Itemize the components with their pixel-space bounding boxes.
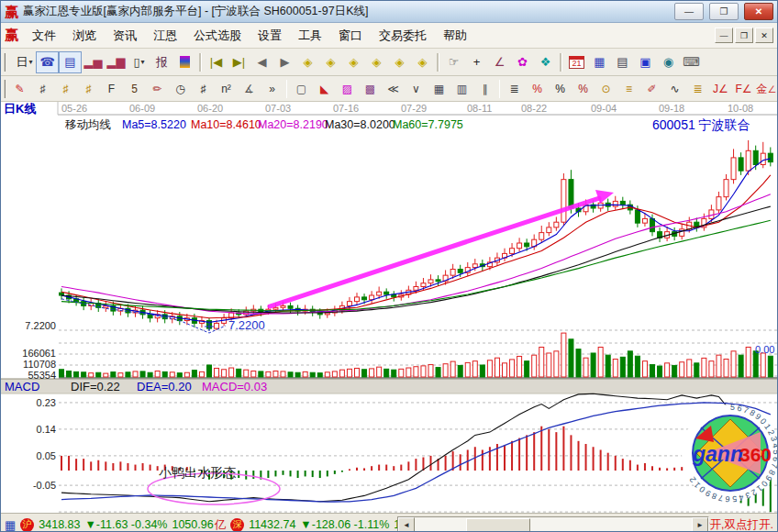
gann-grid-icon: ♯	[40, 83, 46, 94]
toolbar-grip[interactable]	[4, 80, 6, 98]
menu-item-news[interactable]: 资讯	[105, 25, 145, 47]
crosshair-tool-button[interactable]: +	[465, 51, 488, 73]
next-period-button[interactable]: ▶	[273, 51, 296, 73]
gold-circle-button[interactable]: ⊙	[595, 78, 617, 100]
percent-button[interactable]: %	[549, 78, 572, 100]
fan-lines-button[interactable]: ◣	[313, 78, 336, 100]
five-grid-button[interactable]: 5	[123, 78, 146, 100]
kline-period-button[interactable]: 日▾	[13, 51, 36, 73]
draw-pen-button[interactable]: ✎	[8, 78, 31, 100]
flag-pen-button[interactable]: ✐	[640, 78, 663, 100]
hatch-box-button[interactable]: ▩	[359, 78, 382, 100]
first-page-button[interactable]: |◀	[205, 51, 228, 73]
more-tools-button[interactable]: »	[261, 78, 283, 100]
ray-lines-icon: ≪	[387, 83, 399, 94]
angle-f-button[interactable]: F∠	[732, 78, 755, 100]
scrollbar-track[interactable]	[415, 518, 692, 532]
menu-item-gann[interactable]: 江恩	[145, 25, 185, 47]
minute-chart-3-button[interactable]: ▂▅	[82, 51, 105, 73]
save-button[interactable]: ▣	[634, 51, 657, 73]
n-square-button[interactable]: n²	[215, 78, 238, 100]
menu-item-settings[interactable]: 设置	[250, 25, 290, 47]
gold-line-2-button[interactable]: ≣	[686, 78, 709, 100]
menu-item-trade[interactable]: 交易委托	[371, 25, 435, 47]
angle-gold-button[interactable]: 金∠	[755, 78, 777, 100]
calendar-button[interactable]: 21	[565, 51, 588, 73]
kline-chart-area[interactable]: 05-2606-0906-2007-0307-1607-2908-1108-22…	[1, 102, 777, 513]
minimize-button[interactable]: —	[674, 3, 704, 20]
magenta-box-button[interactable]: ▨	[336, 78, 359, 100]
restore-button[interactable]: ❐	[709, 3, 739, 20]
menu-item-formula-stock-pick[interactable]: 公式选股	[185, 25, 250, 47]
prev-period-button[interactable]: ◀	[250, 51, 273, 73]
time-cycle-icon: ◷	[175, 83, 184, 94]
title-bar[interactable]: 赢 赢家江恩专业版[赢家内部服务平台] - [宁波联合 SH600051-97日…	[1, 1, 777, 23]
close-button[interactable]: ✕	[744, 3, 773, 20]
time-cycle-button[interactable]: ◷	[169, 78, 192, 100]
hand-tool-button[interactable]: ☞	[442, 51, 465, 73]
wave-tool-button[interactable]: ∿	[663, 78, 686, 100]
diamond-center-button[interactable]: ◈	[411, 51, 434, 73]
notes-button[interactable]: ▤	[611, 51, 634, 73]
brush-button[interactable]: ✏	[146, 78, 169, 100]
ray-lines-button[interactable]: ≪	[382, 78, 405, 100]
f-grid-button[interactable]: F	[100, 78, 123, 100]
zigzag-button[interactable]: ∨	[405, 78, 428, 100]
percent-red-button[interactable]: %	[526, 78, 549, 100]
calculator-button[interactable]: ▦	[588, 51, 611, 73]
minute-chart-9-button[interactable]: ▂▆	[105, 51, 128, 73]
phone-quote-button[interactable]: ☎	[36, 51, 59, 73]
menu-item-file[interactable]: 文件	[24, 25, 64, 47]
angle-measure-button[interactable]: ∠	[488, 51, 511, 73]
diamond-compress-button[interactable]: ◈	[365, 51, 388, 73]
stock-swap-button[interactable]: 报	[150, 51, 173, 73]
flag-pen-icon: ✐	[647, 83, 656, 94]
mdi-close-button[interactable]: ✕	[755, 28, 773, 43]
diamond-swap-button[interactable]: ◈	[342, 51, 365, 73]
flower-tool-button[interactable]: ✿	[511, 51, 534, 73]
chip-distribution-button[interactable]: ≣	[503, 78, 526, 100]
grid-a-button[interactable]: ▦	[428, 78, 450, 100]
chart-horizontal-scrollbar[interactable]: ◄ ►	[397, 516, 709, 532]
svg-text:移动均线: 移动均线	[65, 118, 111, 131]
gann-grid-button[interactable]: ♯	[31, 78, 54, 100]
net-tool-button[interactable]: ❖	[534, 51, 557, 73]
menu-item-browse[interactable]: 浏览	[64, 25, 105, 47]
network-button[interactable]: ◉	[657, 51, 680, 73]
mdi-minimize-button[interactable]: —	[715, 28, 733, 43]
scrollbar-thumb[interactable]	[466, 518, 530, 532]
last-page-button[interactable]: ▶|	[228, 51, 250, 73]
scroll-left-arrow[interactable]: ◄	[398, 517, 415, 532]
percent-line-button[interactable]: %	[572, 78, 595, 100]
toolbar-separator	[499, 80, 500, 98]
kline-chart-svg[interactable]: 05-2606-0906-2007-0307-1607-2908-1108-22…	[1, 102, 778, 513]
gold-line-1-button[interactable]: ≡	[617, 78, 640, 100]
svg-text:110708: 110708	[23, 359, 56, 370]
chip-distribution-icon: ≣	[509, 83, 518, 94]
diamond-left-button[interactable]: ◈	[296, 51, 319, 73]
color-volume-button[interactable]	[173, 51, 196, 73]
gold-grid-1-button[interactable]: ♯	[54, 78, 77, 100]
box-tool-button[interactable]: ▢	[290, 78, 313, 100]
slant-lines-button[interactable]: ∥	[473, 78, 496, 100]
quote-grid-icon[interactable]: ▦	[5, 518, 16, 532]
mdi-restore-button[interactable]: ❐	[735, 28, 753, 43]
scroll-right-arrow[interactable]: ►	[692, 517, 708, 532]
angle-j-button[interactable]: J∠	[709, 78, 732, 100]
quote-list-button[interactable]: ▤	[59, 51, 82, 73]
menu-item-help[interactable]: 帮助	[435, 25, 475, 47]
grid-b-button[interactable]: ▥	[450, 78, 473, 100]
remote-pc-button[interactable]: ⌨	[680, 51, 703, 73]
menu-item-window[interactable]: 窗口	[330, 25, 371, 47]
diamond-expand-button[interactable]: ◈	[388, 51, 411, 73]
indicator-button[interactable]: ▯▾	[128, 51, 150, 73]
sz-index-value: 11432.74	[249, 518, 295, 531]
menu-item-tools[interactable]: 工具	[290, 25, 330, 47]
remote-pc-icon: ⌨	[683, 56, 700, 68]
gold-grid-2-button[interactable]: ♯	[77, 78, 100, 100]
mirror-angle-button[interactable]: ∡	[238, 78, 261, 100]
price-grid-button[interactable]: ♯	[192, 78, 215, 100]
diamond-right-button[interactable]: ◈	[319, 51, 342, 73]
mirror-angle-icon: ∡	[244, 83, 254, 94]
toolbar-grip[interactable]	[4, 53, 10, 72]
